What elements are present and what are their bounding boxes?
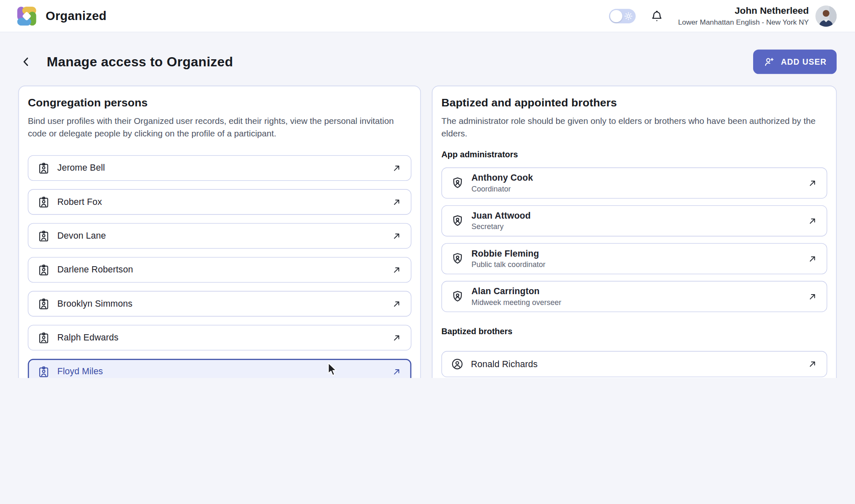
contact-card-icon: [37, 331, 50, 344]
avatar-photo: [815, 5, 837, 27]
shield-person-icon: [451, 290, 464, 303]
contact-card-icon: [37, 365, 50, 378]
appointed-brothers-description: The administrator role should be given o…: [441, 115, 827, 140]
app-viewport: Organized John Nethe: [0, 0, 855, 378]
person-row-jerome-bell[interactable]: Jerome Bell: [28, 155, 412, 181]
appointed-brothers-panel: Baptized and appointed brothers The admi…: [432, 86, 837, 378]
panels: Congregation persons Bind user profiles …: [18, 86, 837, 378]
open-profile-arrow-icon: [807, 216, 817, 226]
app-header: Organized John Nethe: [0, 0, 855, 32]
person-row-brooklyn-simmons[interactable]: Brooklyn Simmons: [28, 291, 412, 316]
shield-person-icon: [451, 176, 464, 190]
admin-row-juan-attwood[interactable]: Juan Attwood Secretary: [441, 205, 827, 237]
open-profile-arrow-icon: [807, 359, 817, 369]
app-name: Organized: [46, 9, 106, 23]
toggle-knob: [610, 10, 622, 22]
open-profile-arrow-icon: [391, 333, 402, 343]
admins-list: Anthony Cook Coordinator Juan Attwood Se…: [441, 167, 827, 312]
theme-toggle[interactable]: [609, 9, 636, 23]
open-profile-arrow-icon: [391, 197, 402, 207]
shield-person-icon: [451, 214, 464, 227]
appointed-brothers-title: Baptized and appointed brothers: [441, 95, 827, 110]
add-user-label: ADD USER: [781, 57, 827, 66]
title-bar: Manage access to Organized ADD USER: [18, 49, 837, 74]
person-row-floyd-miles[interactable]: Floyd Miles: [28, 359, 412, 378]
shield-person-icon: [451, 252, 464, 265]
congregation-persons-panel: Congregation persons Bind user profiles …: [18, 86, 421, 378]
page-title: Manage access to Organized: [47, 54, 233, 69]
admin-row-robbie-fleming[interactable]: Robbie Fleming Public talk coordinator: [441, 243, 827, 275]
open-profile-arrow-icon: [391, 366, 402, 377]
open-profile-arrow-icon: [391, 231, 402, 241]
open-profile-arrow-icon: [391, 298, 402, 309]
congregation-persons-description: Bind user profiles with their Organized …: [28, 115, 412, 140]
contact-card-icon: [37, 297, 50, 310]
notifications-bell-icon[interactable]: [650, 9, 664, 23]
person-row-ralph-edwards[interactable]: Ralph Edwards: [28, 325, 412, 350]
contact-card-icon: [37, 229, 50, 242]
user-circle-icon: [451, 358, 464, 370]
header-right: John Netherleed Lower Manhattan English …: [609, 5, 837, 27]
open-profile-arrow-icon: [807, 178, 817, 188]
contact-card-icon: [37, 196, 50, 209]
app-administrators-label: App administrators: [441, 150, 827, 160]
user-name: John Netherleed: [678, 5, 809, 17]
add-user-button[interactable]: ADD USER: [753, 50, 837, 74]
congregation-persons-title: Congregation persons: [28, 95, 412, 110]
admin-row-alan-carrington[interactable]: Alan Carrington Midweek meeting overseer: [441, 281, 827, 312]
back-button[interactable]: [20, 55, 32, 68]
persons-list: Jerome Bell Robert Fox: [28, 155, 412, 378]
admin-row-anthony-cook[interactable]: Anthony Cook Coordinator: [441, 167, 827, 199]
open-profile-arrow-icon: [391, 265, 402, 275]
person-row-darlene-robertson[interactable]: Darlene Robertson: [28, 257, 412, 282]
contact-card-icon: [37, 161, 50, 174]
baptized-brothers-label: Baptized brothers: [441, 327, 827, 337]
person-row-robert-fox[interactable]: Robert Fox: [28, 189, 412, 214]
open-profile-arrow-icon: [807, 291, 817, 302]
brand: Organized: [15, 5, 106, 27]
sun-icon: [624, 11, 634, 21]
contact-card-icon: [37, 263, 50, 276]
brothers-list: Ronald Richards Darrell Steward: [441, 351, 827, 378]
main-content: Manage access to Organized ADD USER Cong…: [0, 49, 855, 378]
user-congregation: Lower Manhattan English - New York NY: [678, 18, 809, 27]
brother-row-ronald-richards[interactable]: Ronald Richards: [441, 351, 827, 377]
user-text: John Netherleed Lower Manhattan English …: [678, 5, 809, 27]
open-profile-arrow-icon: [391, 163, 402, 173]
app-logo-icon: [15, 5, 38, 27]
open-profile-arrow-icon: [807, 253, 817, 264]
person-row-devon-lane[interactable]: Devon Lane: [28, 223, 412, 249]
chevron-left-icon: [20, 55, 32, 68]
user-menu[interactable]: John Netherleed Lower Manhattan English …: [678, 5, 837, 27]
avatar[interactable]: [815, 5, 837, 27]
user-plus-icon: [763, 55, 775, 68]
